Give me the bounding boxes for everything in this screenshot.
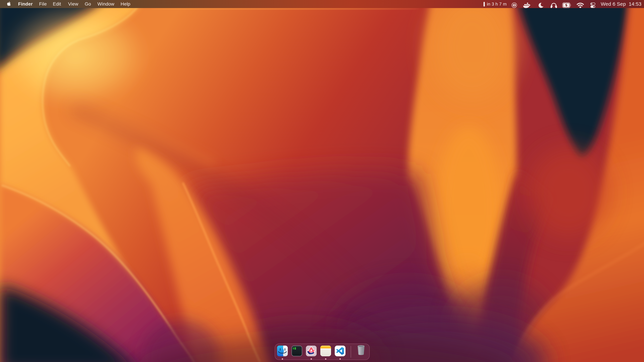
svg-text:$: $ xyxy=(293,347,294,350)
